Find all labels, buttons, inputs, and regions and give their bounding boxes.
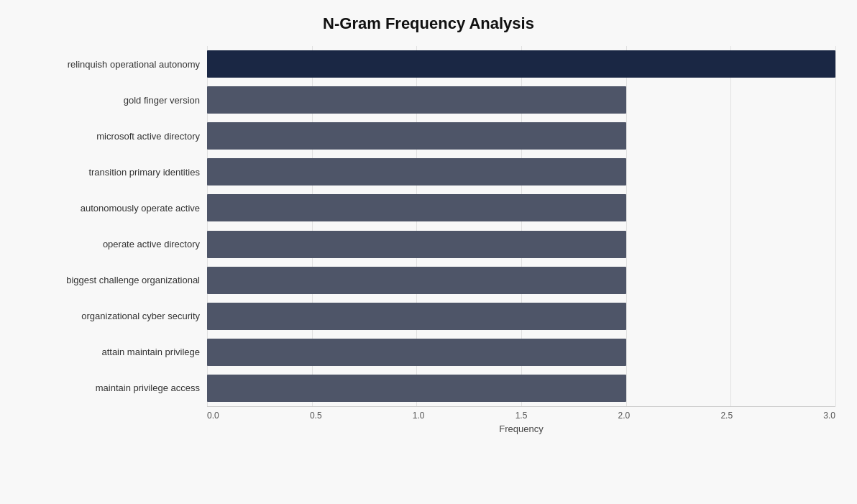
bar-track	[207, 122, 835, 150]
bar-fill	[207, 194, 626, 221]
bar-track	[207, 86, 835, 114]
chart-area: relinquish operational autonomygold fing…	[22, 46, 835, 435]
bar-fill	[207, 339, 626, 366]
bar-label: gold finger version	[22, 95, 207, 106]
bar-row: operate active directory	[22, 226, 835, 262]
x-tick: 1.0	[413, 411, 425, 421]
chart-container: N-Gram Frequency Analysis relinquish ope…	[0, 0, 857, 504]
bar-fill	[207, 231, 626, 258]
bar-row: microsoft active directory	[22, 118, 835, 154]
bar-track	[207, 339, 835, 366]
bar-label: biggest challenge organizational	[22, 275, 207, 285]
bar-row: autonomously operate active	[22, 190, 835, 226]
bar-label: attain maintain privilege	[22, 347, 207, 357]
bar-fill	[207, 267, 626, 294]
bar-label: relinquish operational autonomy	[22, 59, 207, 70]
bar-row: transition primary identities	[22, 154, 835, 190]
bar-track	[207, 194, 835, 221]
bar-fill	[207, 122, 626, 150]
bar-fill	[207, 86, 626, 114]
chart-title: N-Gram Frequency Analysis	[22, 14, 835, 33]
bar-track	[207, 375, 835, 402]
x-ticks: 0.00.51.01.52.02.53.0	[207, 406, 835, 421]
x-tick: 1.5	[515, 411, 528, 421]
bar-track	[207, 303, 835, 330]
bar-row: relinquish operational autonomy	[22, 46, 835, 82]
bar-fill	[207, 158, 626, 185]
x-tick: 0.0	[207, 411, 219, 421]
x-axis-line	[207, 406, 835, 407]
bar-track	[207, 158, 835, 185]
bars-section: relinquish operational autonomygold fing…	[22, 46, 835, 406]
bar-row: maintain privilege access	[22, 370, 835, 406]
bar-label: maintain privilege access	[22, 382, 207, 393]
bar-row: organizational cyber security	[22, 298, 835, 334]
bar-label: microsoft active directory	[22, 131, 207, 142]
grid-line	[835, 46, 836, 406]
bar-row: attain maintain privilege	[22, 334, 835, 370]
bar-track	[207, 267, 835, 294]
bar-row: gold finger version	[22, 82, 835, 118]
x-tick: 0.5	[310, 411, 322, 421]
bar-fill	[207, 375, 626, 402]
bar-label: autonomously operate active	[22, 203, 207, 214]
x-tick: 2.5	[720, 411, 733, 421]
bar-track	[207, 50, 835, 78]
bar-fill	[207, 50, 835, 78]
x-tick: 3.0	[823, 411, 835, 421]
bar-label: transition primary identities	[22, 167, 207, 178]
bar-label: organizational cyber security	[22, 311, 207, 321]
bar-track	[207, 231, 835, 258]
x-axis: 0.00.51.01.52.02.53.0 Frequency	[207, 406, 835, 435]
bar-label: operate active directory	[22, 239, 207, 249]
x-axis-label: Frequency	[207, 423, 835, 434]
bar-row: biggest challenge organizational	[22, 262, 835, 298]
x-tick: 2.0	[618, 411, 631, 421]
bar-fill	[207, 303, 626, 330]
